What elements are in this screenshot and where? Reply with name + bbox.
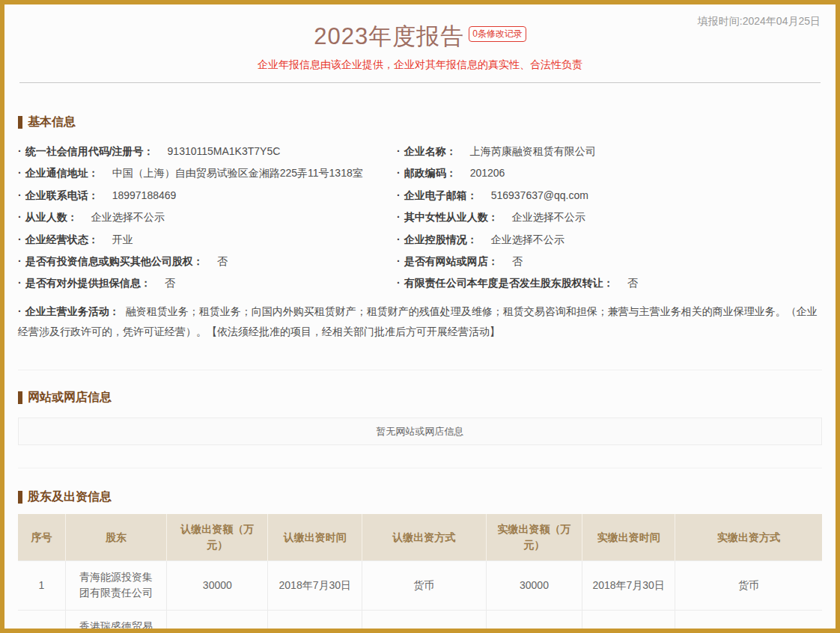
section-divider: [18, 370, 822, 370]
section-website-info: 网站或网店信息 暂无网站或网店信息: [4, 390, 836, 445]
shareholders-table: 序号 股东 认缴出资额（万元） 认缴出资时间 认缴出资方式 实缴出资额（万元） …: [18, 514, 822, 633]
field-value: 否: [165, 277, 175, 289]
field-female-employees: 其中女性从业人数：企业选择不公示: [397, 207, 822, 228]
field-investment-info: 是否有投资信息或购买其他公司股权：否: [18, 251, 397, 272]
col-subscribed-amount: 认缴出资额（万元）: [167, 514, 268, 560]
report-header: 填报时间:2024年04月25日 2023年度报告0条修改记录 企业年报信息由该…: [4, 4, 836, 83]
field-label: 企业主营业务活动：: [18, 305, 120, 317]
field-value: 否: [627, 277, 638, 289]
section-title-website-label: 网站或网店信息: [28, 390, 112, 406]
col-subscribed-method: 认缴出资方式: [362, 514, 486, 560]
field-label: 是否有对外提供担保信息：: [18, 277, 151, 289]
field-label: 有限责任公司本年度是否发生股东股权转让：: [397, 277, 614, 289]
field-label: 企业通信地址：: [18, 167, 99, 179]
section-title-shareholders: 股东及出资信息: [18, 489, 822, 505]
header-divider: [19, 82, 821, 83]
field-company-name: 企业名称：上海芮康融资租赁有限公司: [397, 141, 822, 162]
field-value: 516937637@qq.com: [491, 189, 588, 201]
field-label: 从业人数：: [18, 211, 78, 223]
section-marker: [18, 391, 22, 404]
disclaimer-text: 企业年报信息由该企业提供，企业对其年报信息的真实性、合法性负责: [4, 58, 836, 72]
cell-paid-amount: 30000: [486, 560, 582, 610]
cell-paid-date: [582, 610, 675, 633]
website-empty-box: 暂无网站或网店信息: [18, 418, 822, 445]
annual-report-page: 填报时间:2024年04月25日 2023年度报告0条修改记录 企业年报信息由该…: [0, 0, 840, 633]
col-index: 序号: [18, 514, 65, 560]
field-value: 91310115MA1K3T7Y5C: [168, 145, 281, 157]
col-subscribed-date: 认缴出资时间: [268, 514, 362, 560]
cell-subscribed-method: 货币: [362, 610, 486, 633]
field-label: 企业联系电话：: [18, 189, 99, 201]
field-postcode: 邮政编码：201206: [397, 162, 822, 184]
field-value: 开业: [112, 233, 133, 245]
cell-subscribed-date: 2018年7月30日: [268, 610, 362, 633]
field-label: 统一社会信用代码/注册号：: [18, 145, 154, 157]
col-paid-amount: 实缴出资额（万元）: [486, 514, 582, 560]
field-value: 融资租赁业务；租赁业务；向国内外购买租赁财产；租赁财产的残值处理及维修；租赁交易…: [18, 305, 818, 337]
section-title-basic: 基本信息: [18, 114, 822, 130]
field-holding-status: 企业控股情况：企业选择不公示: [397, 229, 822, 251]
field-main-business: 企业主营业务活动：融资租赁业务；租赁业务；向国内外购买租赁财产；租赁财产的残值处…: [18, 295, 822, 348]
section-basic-info: 基本信息 统一社会信用代码/注册号：91310115MA1K3T7Y5C 企业名…: [4, 114, 836, 347]
section-divider: [18, 468, 822, 468]
field-label: 企业名称：: [397, 145, 457, 157]
cell-subscribed-amount: 30000: [167, 560, 268, 610]
cell-paid-date: 2018年7月30日: [582, 560, 675, 610]
table-row: 1 青海能源投资集团有限责任公司 30000 2018年7月30日 货币 300…: [18, 560, 822, 610]
section-title-basic-label: 基本信息: [28, 114, 76, 130]
field-business-status: 企业经营状态：开业: [18, 229, 397, 251]
modification-records-badge[interactable]: 0条修改记录: [469, 26, 526, 42]
cell-shareholder: 青海能源投资集团有限责任公司: [65, 560, 166, 610]
col-paid-date: 实缴出资时间: [582, 514, 675, 560]
field-label: 邮政编码：: [397, 167, 457, 179]
section-title-shareholders-label: 股东及出资信息: [28, 489, 112, 505]
field-guarantee-info: 是否有对外提供担保信息：否: [18, 272, 397, 294]
website-empty-text: 暂无网站或网店信息: [377, 425, 464, 438]
field-phone: 企业联系电话：18997188469: [18, 185, 397, 207]
field-credit-code: 统一社会信用代码/注册号：91310115MA1K3T7Y5C: [18, 141, 397, 162]
field-employees: 从业人数：企业选择不公示: [18, 207, 397, 228]
cell-paid-amount: 0: [486, 610, 582, 633]
field-label: 是否有网站或网店：: [397, 255, 499, 267]
field-value: 企业选择不公示: [491, 233, 564, 245]
cell-index: 2: [18, 610, 65, 633]
cell-shareholder: 香港瑞盛德贸易有限公司: [65, 610, 166, 633]
field-label: 是否有投资信息或购买其他公司股权：: [18, 255, 204, 267]
field-value: 18997188469: [112, 189, 177, 201]
cell-subscribed-date: 2018年7月30日: [268, 560, 362, 610]
cell-subscribed-method: 货币: [362, 560, 486, 610]
field-value: 否: [217, 255, 228, 267]
field-has-website: 是否有网站或网店：否: [397, 251, 822, 272]
field-value: 否: [512, 255, 523, 267]
table-header-row: 序号 股东 认缴出资额（万元） 认缴出资时间 认缴出资方式 实缴出资额（万元） …: [18, 514, 822, 560]
section-marker: [18, 116, 22, 129]
page-title: 2023年度报告: [314, 23, 464, 49]
section-title-website: 网站或网店信息: [18, 390, 822, 406]
field-email: 企业电子邮箱：516937637@qq.com: [397, 185, 822, 207]
fill-time-label: 填报时间:2024年04月25日: [698, 15, 821, 28]
cell-paid-method: 其他: [675, 610, 822, 633]
cell-paid-method: 货币: [675, 560, 822, 610]
col-shareholder: 股东: [65, 514, 166, 560]
field-address: 企业通信地址：中国（上海）自由贸易试验区金湘路225弄11号1318室: [18, 162, 397, 184]
field-value: 企业选择不公示: [512, 211, 585, 223]
field-equity-transfer: 有限责任公司本年度是否发生股东股权转让：否: [397, 272, 822, 294]
field-label: 企业经营状态：: [18, 233, 99, 245]
field-label: 企业电子邮箱：: [397, 189, 478, 201]
basic-info-fields: 统一社会信用代码/注册号：91310115MA1K3T7Y5C 企业名称：上海芮…: [18, 141, 822, 347]
section-marker: [18, 491, 22, 504]
field-value: 企业选择不公示: [91, 211, 165, 223]
table-row: 2 香港瑞盛德贸易有限公司 10000 2018年7月30日 货币 0 其他: [18, 610, 822, 633]
field-label: 企业控股情况：: [397, 233, 478, 245]
cell-index: 1: [18, 560, 65, 610]
field-value: 201206: [470, 167, 505, 179]
section-shareholders: 股东及出资信息 序号 股东 认缴出资额（万元） 认缴出资时间 认缴出资方式 实缴…: [4, 489, 836, 633]
field-value: 中国（上海）自由贸易试验区金湘路225弄11号1318室: [112, 167, 363, 179]
field-value: 上海芮康融资租赁有限公司: [470, 145, 596, 157]
cell-subscribed-amount: 10000: [167, 610, 268, 633]
col-paid-method: 实缴出资方式: [675, 514, 822, 560]
field-label: 其中女性从业人数：: [397, 211, 499, 223]
